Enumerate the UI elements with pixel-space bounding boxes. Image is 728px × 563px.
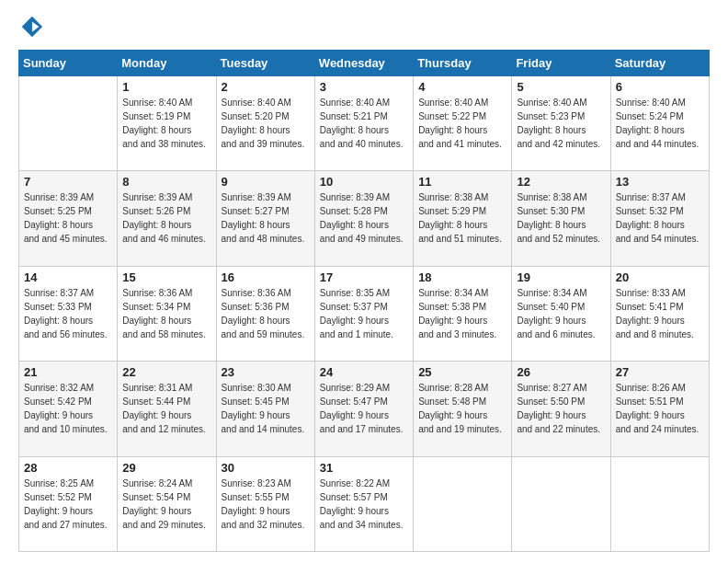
day-info: Sunrise: 8:28 AMSunset: 5:48 PMDaylight:… — [418, 381, 506, 436]
day-info: Sunrise: 8:22 AMSunset: 5:57 PMDaylight:… — [320, 477, 408, 532]
day-info: Sunrise: 8:40 AMSunset: 5:20 PMDaylight:… — [222, 96, 310, 151]
day-info: Sunrise: 8:39 AMSunset: 5:26 PMDaylight:… — [122, 190, 210, 246]
day-info: Sunrise: 8:23 AMSunset: 5:55 PMDaylight:… — [222, 477, 310, 532]
calendar-cell: 21Sunrise: 8:32 AMSunset: 5:42 PMDayligh… — [19, 362, 118, 456]
calendar-cell: 13Sunrise: 8:37 AMSunset: 5:32 PMDayligh… — [610, 171, 709, 266]
calendar-cell — [414, 456, 512, 551]
day-info: Sunrise: 8:30 AMSunset: 5:45 PMDaylight:… — [222, 381, 310, 436]
calendar-cell: 31Sunrise: 8:22 AMSunset: 5:57 PMDayligh… — [314, 456, 413, 551]
calendar-table: SundayMondayTuesdayWednesdayThursdayFrid… — [18, 50, 710, 552]
calendar-cell: 30Sunrise: 8:23 AMSunset: 5:55 PMDayligh… — [216, 456, 314, 551]
day-info: Sunrise: 8:25 AMSunset: 5:52 PMDaylight:… — [24, 477, 112, 532]
day-number: 8 — [122, 175, 210, 189]
day-number: 31 — [320, 461, 408, 475]
calendar-cell: 19Sunrise: 8:34 AMSunset: 5:40 PMDayligh… — [512, 266, 610, 361]
day-number: 10 — [320, 175, 408, 189]
calendar-cell — [19, 76, 118, 171]
logo-icon — [18, 15, 44, 40]
page: SundayMondayTuesdayWednesdayThursdayFrid… — [0, 0, 728, 563]
day-info: Sunrise: 8:39 AMSunset: 5:27 PMDaylight:… — [222, 190, 310, 246]
day-info: Sunrise: 8:40 AMSunset: 5:19 PMDaylight:… — [122, 96, 210, 151]
day-number: 27 — [616, 365, 704, 379]
calendar-cell: 15Sunrise: 8:36 AMSunset: 5:34 PMDayligh… — [118, 266, 216, 361]
day-number: 14 — [24, 270, 112, 284]
calendar-cell: 27Sunrise: 8:26 AMSunset: 5:51 PMDayligh… — [610, 362, 709, 456]
calendar-cell: 24Sunrise: 8:29 AMSunset: 5:47 PMDayligh… — [314, 362, 413, 456]
day-info: Sunrise: 8:26 AMSunset: 5:51 PMDaylight:… — [616, 381, 704, 436]
day-number: 15 — [122, 270, 210, 284]
calendar-cell: 26Sunrise: 8:27 AMSunset: 5:50 PMDayligh… — [512, 362, 610, 456]
day-info: Sunrise: 8:34 AMSunset: 5:40 PMDaylight:… — [517, 286, 605, 341]
calendar-cell: 2Sunrise: 8:40 AMSunset: 5:20 PMDaylight… — [216, 76, 314, 171]
day-number: 11 — [418, 175, 506, 189]
calendar-cell: 5Sunrise: 8:40 AMSunset: 5:23 PMDaylight… — [512, 76, 610, 171]
calendar-cell: 16Sunrise: 8:36 AMSunset: 5:36 PMDayligh… — [216, 266, 314, 361]
header — [18, 15, 710, 40]
calendar-cell: 4Sunrise: 8:40 AMSunset: 5:22 PMDaylight… — [414, 76, 512, 171]
calendar-cell: 1Sunrise: 8:40 AMSunset: 5:19 PMDaylight… — [118, 76, 216, 171]
calendar-cell: 12Sunrise: 8:38 AMSunset: 5:30 PMDayligh… — [512, 171, 610, 266]
day-of-week-header: Monday — [118, 51, 216, 76]
calendar-cell — [512, 456, 610, 551]
calendar-cell: 10Sunrise: 8:39 AMSunset: 5:28 PMDayligh… — [314, 171, 413, 266]
calendar-cell: 3Sunrise: 8:40 AMSunset: 5:21 PMDaylight… — [314, 76, 413, 171]
day-info: Sunrise: 8:40 AMSunset: 5:22 PMDaylight:… — [418, 96, 506, 151]
day-info: Sunrise: 8:33 AMSunset: 5:41 PMDaylight:… — [616, 286, 704, 341]
day-number: 29 — [122, 461, 210, 475]
day-info: Sunrise: 8:36 AMSunset: 5:36 PMDaylight:… — [222, 286, 310, 341]
day-number: 16 — [222, 270, 310, 284]
day-info: Sunrise: 8:39 AMSunset: 5:28 PMDaylight:… — [320, 190, 408, 246]
day-number: 28 — [24, 461, 112, 475]
day-number: 4 — [418, 80, 506, 94]
day-number: 25 — [418, 365, 506, 379]
day-number: 2 — [222, 80, 310, 94]
day-info: Sunrise: 8:32 AMSunset: 5:42 PMDaylight:… — [24, 381, 112, 436]
day-info: Sunrise: 8:35 AMSunset: 5:37 PMDaylight:… — [320, 286, 408, 341]
day-number: 9 — [222, 175, 310, 189]
day-of-week-header: Wednesday — [314, 51, 413, 76]
calendar-cell: 14Sunrise: 8:37 AMSunset: 5:33 PMDayligh… — [19, 266, 118, 361]
calendar-cell: 25Sunrise: 8:28 AMSunset: 5:48 PMDayligh… — [414, 362, 512, 456]
calendar-cell: 20Sunrise: 8:33 AMSunset: 5:41 PMDayligh… — [610, 266, 709, 361]
day-of-week-header: Saturday — [610, 51, 709, 76]
calendar-cell: 6Sunrise: 8:40 AMSunset: 5:24 PMDaylight… — [610, 76, 709, 171]
calendar-cell: 17Sunrise: 8:35 AMSunset: 5:37 PMDayligh… — [314, 266, 413, 361]
calendar-cell: 23Sunrise: 8:30 AMSunset: 5:45 PMDayligh… — [216, 362, 314, 456]
day-number: 5 — [517, 80, 605, 94]
calendar-cell: 8Sunrise: 8:39 AMSunset: 5:26 PMDaylight… — [118, 171, 216, 266]
day-info: Sunrise: 8:36 AMSunset: 5:34 PMDaylight:… — [122, 286, 210, 341]
calendar-cell: 9Sunrise: 8:39 AMSunset: 5:27 PMDaylight… — [216, 171, 314, 266]
day-of-week-header: Sunday — [19, 51, 118, 76]
calendar-cell: 22Sunrise: 8:31 AMSunset: 5:44 PMDayligh… — [118, 362, 216, 456]
day-number: 26 — [517, 365, 605, 379]
day-number: 7 — [24, 175, 112, 189]
day-number: 23 — [222, 365, 310, 379]
day-number: 19 — [517, 270, 605, 284]
logo — [18, 15, 48, 40]
day-info: Sunrise: 8:34 AMSunset: 5:38 PMDaylight:… — [418, 286, 506, 341]
calendar-cell: 29Sunrise: 8:24 AMSunset: 5:54 PMDayligh… — [118, 456, 216, 551]
day-number: 24 — [320, 365, 408, 379]
day-info: Sunrise: 8:37 AMSunset: 5:33 PMDaylight:… — [24, 286, 112, 341]
calendar-cell: 7Sunrise: 8:39 AMSunset: 5:25 PMDaylight… — [19, 171, 118, 266]
day-number: 22 — [122, 365, 210, 379]
day-number: 3 — [320, 80, 408, 94]
day-of-week-header: Thursday — [414, 51, 512, 76]
day-number: 6 — [616, 80, 704, 94]
day-info: Sunrise: 8:29 AMSunset: 5:47 PMDaylight:… — [320, 381, 408, 436]
day-info: Sunrise: 8:40 AMSunset: 5:24 PMDaylight:… — [616, 96, 704, 151]
day-info: Sunrise: 8:37 AMSunset: 5:32 PMDaylight:… — [616, 190, 704, 246]
day-of-week-header: Friday — [512, 51, 610, 76]
day-info: Sunrise: 8:40 AMSunset: 5:23 PMDaylight:… — [517, 96, 605, 151]
day-info: Sunrise: 8:39 AMSunset: 5:25 PMDaylight:… — [24, 190, 112, 246]
calendar-cell: 11Sunrise: 8:38 AMSunset: 5:29 PMDayligh… — [414, 171, 512, 266]
day-info: Sunrise: 8:27 AMSunset: 5:50 PMDaylight:… — [517, 381, 605, 436]
day-number: 20 — [616, 270, 704, 284]
day-number: 12 — [517, 175, 605, 189]
calendar-cell: 28Sunrise: 8:25 AMSunset: 5:52 PMDayligh… — [19, 456, 118, 551]
day-info: Sunrise: 8:38 AMSunset: 5:29 PMDaylight:… — [418, 190, 506, 246]
day-info: Sunrise: 8:31 AMSunset: 5:44 PMDaylight:… — [122, 381, 210, 436]
day-number: 1 — [122, 80, 210, 94]
calendar-cell: 18Sunrise: 8:34 AMSunset: 5:38 PMDayligh… — [414, 266, 512, 361]
day-number: 30 — [222, 461, 310, 475]
